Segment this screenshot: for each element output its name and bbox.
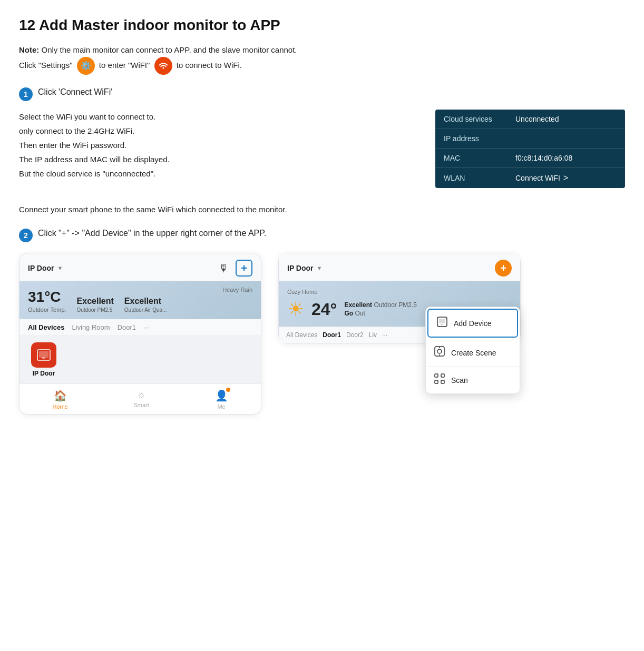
menu-item-scan[interactable]: Scan	[426, 367, 520, 393]
step1-line4: The IP address and MAC will be displayed…	[19, 155, 170, 164]
device-label: IP Door	[33, 370, 55, 377]
phone-right-topbar: IP Door ▼ +	[279, 253, 520, 281]
svg-point-7	[437, 349, 442, 353]
menu-item-create-scene-label: Create Scene	[451, 349, 496, 357]
table-row-cloud: Cloud services Unconnected	[435, 110, 625, 129]
weather-stats: 31°C Outdoor Temp. Excellent Outdoor PM2…	[28, 289, 252, 313]
table-row-ip: IP address	[435, 129, 625, 149]
note-text3: to enter "WiFI"	[99, 60, 150, 69]
nav-home[interactable]: 🏠 Home	[52, 389, 67, 410]
svg-rect-13	[441, 380, 444, 383]
menu-item-add-device[interactable]: Add Device	[427, 309, 518, 338]
me-icon: 👤	[215, 389, 228, 402]
svg-rect-2	[42, 357, 45, 359]
sun-icon: ☀	[287, 298, 304, 320]
rtab-all-devices[interactable]: All Devices	[286, 331, 317, 339]
note-text4: to connect to WiFi.	[177, 60, 242, 69]
nav-home-label: Home	[52, 403, 67, 410]
weather-banner: Heavy Rain 31°C Outdoor Temp. Excellent …	[19, 281, 261, 319]
wlan-label: WLAN	[444, 174, 507, 182]
wlan-text: Connect WiFI	[515, 174, 560, 182]
add-device-icon	[437, 317, 447, 330]
svg-rect-1	[39, 351, 48, 358]
stat2-val: Excellent	[124, 297, 167, 306]
note-prefix: Note:	[19, 45, 39, 54]
device-icon	[31, 342, 56, 368]
rtab-more[interactable]: ···	[382, 331, 387, 339]
nav-me-label: Me	[217, 403, 225, 410]
weather-tag: Heavy Rain	[222, 287, 252, 293]
ip-label: IP address	[444, 134, 507, 143]
phones-row: IP Door ▼ 🎙 + Heavy Rain 31°C Outdoor Te…	[19, 253, 625, 415]
step1-line2: only connect to the 2.4GHz WiFi.	[19, 126, 134, 135]
smart-icon: ☼	[137, 389, 146, 400]
tab-door1[interactable]: Door1	[118, 323, 136, 331]
right-stat1-val: Excellent	[344, 301, 372, 309]
device-info-table: Cloud services Unconnected IP address MA…	[435, 110, 625, 188]
step1-label: Click 'Connect WiFi'	[38, 87, 112, 97]
step1-badge: 1	[19, 87, 33, 101]
tab-more[interactable]: ···	[143, 323, 149, 331]
cozy-home-label: Cozy Home	[287, 289, 512, 295]
phone-left-title-area: IP Door ▼	[28, 264, 63, 272]
cloud-value: Unconnected	[515, 115, 559, 123]
phone-left-dropdown-arrow: ▼	[57, 265, 63, 271]
nav-smart[interactable]: ☼ Smart	[133, 389, 149, 410]
plus-icon-left: +	[241, 262, 247, 274]
wlan-value[interactable]: Connect WiFI >	[515, 173, 568, 183]
phone-right-title-area: IP Door ▼	[287, 264, 322, 272]
right-stats: Excellent Outdoor PM2.5 Go Out	[344, 301, 416, 317]
step2-label: Click "+" -> "Add Device" in the upper r…	[38, 229, 266, 238]
right-stat1: Excellent Outdoor PM2.5	[344, 301, 416, 309]
table-row-mac: MAC f0:c8:14:d0:a6:08	[435, 149, 625, 168]
tab-living-room[interactable]: Living Room	[72, 323, 110, 331]
mac-label: MAC	[444, 154, 507, 162]
home-icon: 🏠	[54, 389, 67, 402]
stat1-col: Excellent Outdoor PM2.5	[77, 297, 114, 313]
right-stat2-label: Out	[355, 310, 365, 317]
nav-smart-label: Smart	[133, 402, 149, 408]
phone-right: IP Door ▼ +	[278, 253, 521, 343]
section-1: Select the WiFi you want to connect to. …	[19, 110, 625, 188]
plus-button-left[interactable]: +	[236, 260, 252, 277]
device-list: IP Door	[19, 336, 261, 383]
phone-right-title: IP Door	[287, 264, 314, 272]
tab-all-devices[interactable]: All Devices	[28, 323, 64, 331]
wifi-icon	[154, 57, 172, 75]
menu-item-add-device-label: Add Device	[454, 319, 492, 328]
plus-button-right[interactable]: +	[495, 260, 512, 277]
right-stat2-val: Go	[344, 310, 353, 317]
right-temp: 24°	[311, 300, 337, 319]
nav-me[interactable]: 👤 Me	[215, 389, 228, 410]
temp-label: Outdoor Temp.	[28, 307, 66, 313]
step1-line3: Then enter the WiFi password.	[19, 141, 126, 150]
stat2-label: Outdoor Air Qua...	[124, 307, 167, 313]
rtab-door1[interactable]: Door1	[323, 331, 341, 339]
svg-rect-4	[439, 319, 445, 323]
svg-rect-10	[435, 374, 438, 377]
rtab-door2[interactable]: Door2	[346, 331, 364, 339]
step2-badge: 2	[19, 229, 33, 242]
note-block: Note: Only the main monitor can connect …	[19, 43, 625, 75]
phone-left-icons: 🎙 +	[219, 260, 252, 277]
stat1-label: Outdoor PM2.5	[77, 307, 114, 313]
step1-description: Select the WiFi you want to connect to. …	[19, 110, 419, 181]
mac-value: f0:c8:14:d0:a6:08	[515, 154, 572, 162]
create-scene-icon	[434, 346, 445, 359]
rtab-liv[interactable]: Liv	[369, 331, 377, 339]
step1-line5: But the cloud service is "unconnected".	[19, 169, 155, 178]
phone-left-topbar: IP Door ▼ 🎙 +	[19, 253, 261, 281]
device-ipdoor: IP Door	[28, 342, 60, 377]
mic-icon[interactable]: 🎙	[219, 262, 229, 274]
phone-right-icons: +	[495, 260, 512, 277]
note-text2: Click "Settings"	[19, 60, 73, 69]
temp-value: 31°C	[28, 289, 66, 305]
page-title: 12 Add Master indoor monitor to APP	[19, 17, 625, 34]
menu-item-scan-label: Scan	[451, 376, 468, 384]
note-text: Only the main monitor can connect to APP…	[42, 45, 297, 54]
svg-rect-5	[441, 324, 443, 325]
bottom-nav-left: 🏠 Home ☼ Smart 👤 Me	[19, 383, 261, 414]
menu-item-create-scene[interactable]: Create Scene	[426, 339, 520, 367]
right-stat2: Go Out	[344, 310, 416, 317]
stat2-col: Excellent Outdoor Air Qua...	[124, 297, 167, 313]
